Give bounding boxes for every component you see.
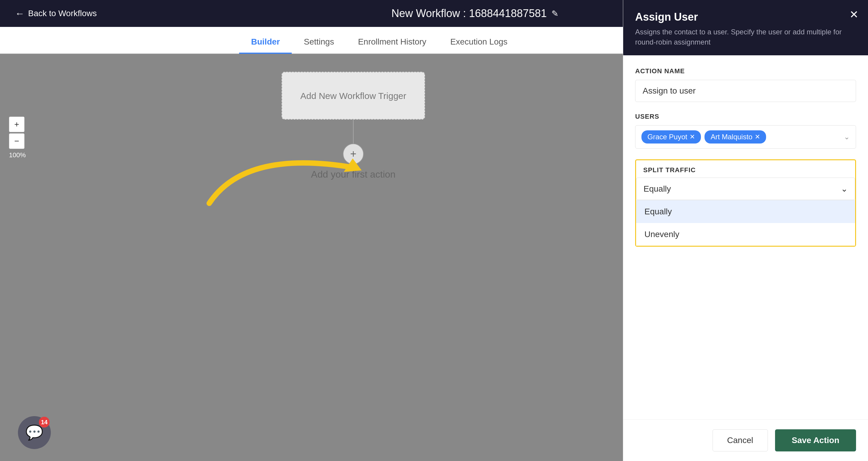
save-action-button[interactable]: Save Action bbox=[775, 429, 856, 452]
back-to-workflows-button[interactable]: ← Back to Workflows bbox=[15, 8, 97, 19]
panel-footer: Cancel Save Action bbox=[623, 420, 868, 461]
remove-art-button[interactable]: ✕ bbox=[755, 133, 760, 141]
user-tag-grace: Grace Puyot ✕ bbox=[642, 130, 701, 144]
connector-line bbox=[353, 120, 353, 144]
users-field[interactable]: Grace Puyot ✕ Art Malquisto ✕ ⌄ bbox=[635, 125, 856, 149]
tab-execution-logs[interactable]: Execution Logs bbox=[438, 31, 519, 54]
panel-title: Assign User bbox=[635, 11, 856, 23]
user-tag-art: Art Malquisto ✕ bbox=[705, 130, 766, 144]
zoom-controls: + − 100% bbox=[9, 117, 26, 159]
split-traffic-container: SPLIT TRAFFIC Equally ⌄ Equally Unevenly bbox=[635, 159, 856, 247]
split-traffic-selected-value: Equally bbox=[644, 184, 671, 194]
panel-body: ACTION NAME USERS Grace Puyot ✕ Art Malq… bbox=[623, 55, 868, 420]
split-option-equally[interactable]: Equally bbox=[636, 200, 855, 223]
split-traffic-select[interactable]: Equally ⌄ bbox=[636, 178, 855, 200]
user-tag-art-name: Art Malquisto bbox=[711, 133, 752, 141]
split-traffic-dropdown: Equally Unevenly bbox=[636, 200, 855, 246]
add-action-circle-button[interactable]: + bbox=[343, 144, 364, 164]
split-option-unevenly[interactable]: Unevenly bbox=[636, 223, 855, 246]
back-label: Back to Workflows bbox=[28, 9, 97, 18]
remove-grace-button[interactable]: ✕ bbox=[689, 133, 695, 141]
edit-icon[interactable]: ✎ bbox=[552, 9, 558, 19]
trigger-node[interactable]: Add New Workflow Trigger bbox=[282, 72, 425, 120]
trigger-node-label: Add New Workflow Trigger bbox=[300, 90, 406, 102]
users-label: USERS bbox=[635, 113, 856, 121]
panel-subtitle: Assigns the contact to a user. Specify t… bbox=[635, 27, 856, 47]
split-traffic-label: SPLIT TRAFFIC bbox=[636, 160, 855, 174]
tab-enrollment-history[interactable]: Enrollment History bbox=[346, 31, 438, 54]
chat-icon: 💬 bbox=[25, 424, 43, 441]
users-dropdown-arrow-icon[interactable]: ⌄ bbox=[844, 133, 850, 141]
tab-settings[interactable]: Settings bbox=[292, 31, 346, 54]
chat-widget[interactable]: 💬 14 bbox=[18, 416, 51, 449]
add-action-label: Add your first action bbox=[311, 169, 396, 180]
zoom-in-button[interactable]: + bbox=[9, 117, 25, 132]
zoom-level-label: 100% bbox=[9, 151, 26, 159]
user-tag-grace-name: Grace Puyot bbox=[647, 133, 687, 141]
action-name-label: ACTION NAME bbox=[635, 67, 856, 75]
split-traffic-arrow-icon: ⌄ bbox=[841, 184, 848, 194]
tab-builder[interactable]: Builder bbox=[239, 31, 292, 54]
zoom-out-button[interactable]: − bbox=[9, 133, 25, 149]
cancel-button[interactable]: Cancel bbox=[713, 429, 768, 452]
workflow-canvas: + − 100% Add New Workflow Trigger + Add … bbox=[0, 54, 707, 461]
workflow-title-text: New Workflow : 1688441887581 bbox=[392, 7, 547, 20]
panel-header: Assign User Assigns the contact to a use… bbox=[623, 0, 868, 55]
back-arrow-icon: ← bbox=[15, 8, 25, 19]
panel-close-button[interactable]: ✕ bbox=[849, 8, 859, 21]
action-name-input[interactable] bbox=[635, 80, 856, 102]
chat-badge: 14 bbox=[39, 417, 50, 428]
side-panel: Assign User Assigns the contact to a use… bbox=[623, 0, 868, 461]
